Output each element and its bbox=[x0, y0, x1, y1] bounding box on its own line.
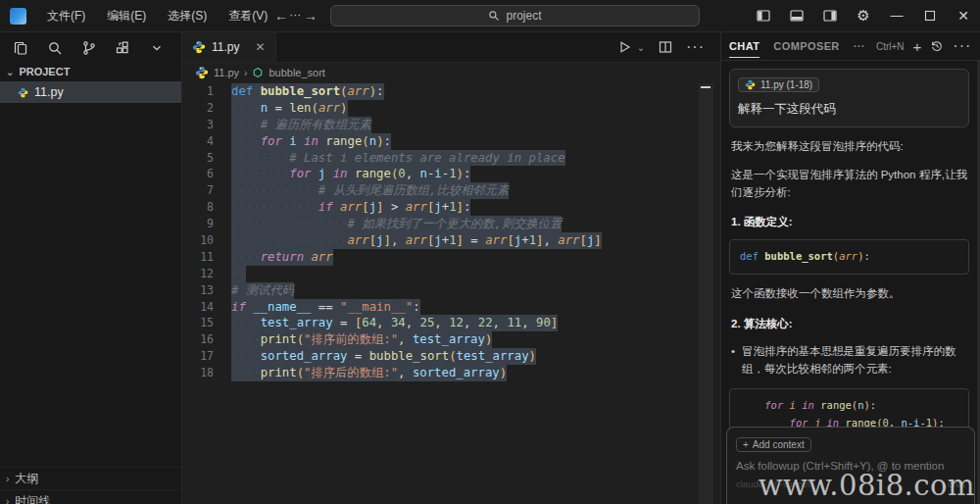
line-number: 18 bbox=[182, 365, 231, 381]
plus-icon: + bbox=[743, 439, 749, 450]
sidebar-section-大纲[interactable]: ›大纲 bbox=[0, 467, 181, 489]
code-line-text: ····sorted_array = bubble_sort(test_arra… bbox=[231, 348, 536, 365]
breadcrumb-symbol[interactable]: bubble_sort bbox=[269, 67, 325, 78]
assistant-paragraph: 这是一个实现冒泡排序算法的 Python 程序,让我们逐步分析: bbox=[731, 167, 967, 202]
bullet-text: 冒泡排序的基本思想是重复遍历要排序的数组，每次比较相邻的两个元素: bbox=[742, 343, 967, 378]
add-context-button[interactable]: + Add context bbox=[736, 437, 811, 452]
git-branch-icon[interactable] bbox=[78, 37, 100, 59]
assistant-bullet: •冒泡排序的基本思想是重复遍历要排序的数组，每次比较相邻的两个元素: bbox=[731, 343, 967, 378]
extensions-icon[interactable] bbox=[112, 37, 133, 59]
code-line[interactable]: 9················# 如果找到了一个更大的数,则交换位置 bbox=[182, 216, 720, 232]
code-line-text: ············# 从头到尾遍历数组,比较相邻元素 bbox=[231, 182, 509, 199]
code-line[interactable]: 16····print("排序前的数组:", test_array) bbox=[182, 331, 720, 348]
code-line[interactable]: 7············# 从头到尾遍历数组,比较相邻元素 bbox=[182, 182, 720, 199]
history-nav: ← → bbox=[274, 8, 318, 24]
global-search[interactable]: project bbox=[330, 5, 700, 26]
assistant-heading: 2. 算法核心: bbox=[731, 317, 967, 331]
menu-item[interactable]: 查看(V) bbox=[220, 5, 276, 27]
back-arrow-icon[interactable]: ← bbox=[274, 8, 288, 24]
forward-arrow-icon[interactable]: → bbox=[304, 8, 318, 24]
chevron-down-icon: ⌄ bbox=[6, 67, 14, 77]
code-line-text: ········# Last i elements are already in… bbox=[231, 150, 565, 167]
line-number: 9 bbox=[182, 216, 231, 232]
sidebar: ⌄ PROJECT 11.py ›大纲›时间线 bbox=[0, 32, 182, 504]
layout-panel-icon[interactable] bbox=[780, 0, 813, 30]
run-button[interactable] bbox=[616, 39, 632, 55]
menu-bar: 文件(F)编辑(E)选择(S)查看(V)··· bbox=[38, 5, 310, 27]
code-line[interactable]: 15····test_array = [64, 34, 25, 12, 22, … bbox=[182, 315, 720, 331]
chat-tab-···[interactable]: ··· bbox=[854, 34, 865, 58]
code-editor[interactable]: 1def bubble_sort(arr):2····n = len(arr)3… bbox=[182, 83, 720, 504]
editor-more-actions-icon[interactable]: ··· bbox=[686, 38, 705, 56]
menu-item[interactable]: 文件(F) bbox=[38, 5, 94, 27]
chevron-down-icon[interactable] bbox=[146, 37, 168, 59]
title-bar: 文件(F)编辑(E)选择(S)查看(V)··· ← → project ⚙ — … bbox=[0, 0, 980, 32]
code-line[interactable]: 10················arr[j], arr[j+1] = arr… bbox=[182, 232, 720, 249]
line-number: 6 bbox=[182, 166, 231, 182]
add-context-label: Add context bbox=[753, 439, 805, 450]
settings-gear-icon[interactable]: ⚙ bbox=[847, 0, 880, 30]
chat-panel: CHATCOMPOSER··· Ctrl+N + ··· ✕ 11.py (1-… bbox=[720, 32, 980, 504]
code-line[interactable]: 11····return arr bbox=[182, 249, 720, 266]
python-file-icon bbox=[745, 79, 756, 90]
code-line[interactable]: 2····n = len(arr) bbox=[182, 100, 720, 117]
line-number: 8 bbox=[182, 199, 231, 216]
code-line[interactable]: 12·· bbox=[182, 266, 720, 282]
maximize-icon[interactable] bbox=[913, 0, 947, 30]
line-number: 17 bbox=[182, 348, 231, 365]
chat-more-icon[interactable]: ··· bbox=[953, 37, 971, 55]
minimize-icon[interactable]: — bbox=[880, 0, 913, 30]
code-block-line: for i in range(n): bbox=[740, 397, 958, 415]
python-file-icon bbox=[18, 87, 28, 98]
chat-tabs: CHATCOMPOSER··· bbox=[729, 34, 865, 58]
code-line[interactable]: 1def bubble_sort(arr): bbox=[182, 83, 720, 100]
window-close-icon[interactable]: ✕ bbox=[947, 0, 980, 30]
code-line[interactable]: 17····sorted_array = bubble_sort(test_ar… bbox=[182, 348, 720, 365]
line-number: 13 bbox=[182, 282, 231, 299]
line-number: 7 bbox=[182, 182, 231, 199]
chat-tab-bar: CHATCOMPOSER··· Ctrl+N + ··· ✕ bbox=[721, 32, 980, 61]
code-line[interactable]: 5········# Last i elements are already i… bbox=[182, 150, 720, 167]
context-chip[interactable]: 11.py (1-18) bbox=[738, 77, 819, 92]
code-line-text: ····n = len(arr) bbox=[231, 100, 348, 117]
tab-close-icon[interactable]: ✕ bbox=[255, 40, 265, 54]
new-chat-plus-icon[interactable]: + bbox=[913, 38, 922, 55]
code-line[interactable]: 8············if arr[j] > arr[j+1]: bbox=[182, 199, 720, 216]
code-line[interactable]: 6········for j in range(0, n-i-1): bbox=[182, 166, 720, 182]
editor-tab-bar: 11.py ✕ ⌄ ··· bbox=[182, 32, 720, 63]
line-number: 14 bbox=[182, 299, 231, 316]
layout-sidebar-left-icon[interactable] bbox=[747, 0, 780, 30]
code-line[interactable]: 18····print("排序后的数组:", sorted_array) bbox=[182, 365, 720, 381]
search-icon[interactable] bbox=[44, 37, 66, 59]
code-line-text: def bubble_sort(arr): bbox=[231, 83, 384, 100]
sidebar-section-时间线[interactable]: ›时间线 bbox=[0, 489, 181, 504]
watermark-text: www.08i8.com bbox=[759, 469, 975, 502]
split-editor-icon[interactable] bbox=[658, 39, 673, 55]
files-icon[interactable] bbox=[10, 37, 31, 59]
code-line[interactable]: 13# 测试代码 bbox=[182, 282, 720, 299]
layout-sidebar-right-icon[interactable] bbox=[813, 0, 847, 30]
python-file-icon bbox=[192, 40, 206, 54]
editor-scrollbar[interactable] bbox=[699, 83, 713, 504]
editor-tab-label: 11.py bbox=[212, 40, 239, 54]
history-icon[interactable] bbox=[930, 39, 944, 53]
run-dropdown-chevron-icon[interactable]: ⌄ bbox=[637, 42, 645, 53]
code-line-text: ····for i in range(n): bbox=[231, 133, 391, 150]
breadcrumb-file[interactable]: 11.py bbox=[214, 67, 239, 78]
menu-item[interactable]: 编辑(E) bbox=[98, 5, 155, 27]
file-list-item[interactable]: 11.py bbox=[0, 81, 181, 103]
menu-item[interactable]: 选择(S) bbox=[159, 5, 216, 27]
code-line[interactable]: 3····# 遍历所有数组元素 bbox=[182, 117, 720, 133]
code-line[interactable]: 14if __name__ == "__main__": bbox=[182, 299, 720, 316]
chat-tab-chat[interactable]: CHAT bbox=[729, 34, 760, 58]
chat-tab-composer[interactable]: COMPOSER bbox=[773, 34, 839, 58]
code-line[interactable]: 4····for i in range(n): bbox=[182, 133, 720, 150]
chat-tab-actions: Ctrl+N + ··· ✕ bbox=[876, 37, 980, 55]
assistant-heading: 1. 函数定义: bbox=[731, 215, 967, 229]
explorer-header[interactable]: ⌄ PROJECT bbox=[0, 62, 181, 81]
assistant-paragraph: 我来为您解释这段冒泡排序的代码: bbox=[731, 138, 967, 156]
line-number: 16 bbox=[182, 331, 231, 348]
code-line-text: ········for j in range(0, n-i-1): bbox=[231, 166, 470, 182]
editor-tab-11py[interactable]: 11.py ✕ bbox=[182, 32, 276, 62]
new-chat-shortcut: Ctrl+N bbox=[876, 41, 905, 52]
